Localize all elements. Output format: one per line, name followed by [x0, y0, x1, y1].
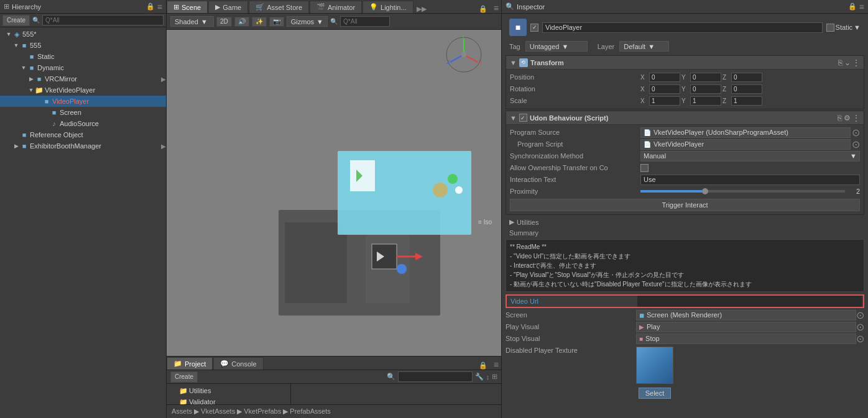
transform-paste-icon[interactable]: ⌄: [844, 58, 851, 67]
project-view-icon[interactable]: ⊞: [492, 373, 497, 381]
hierarchy-item-screen[interactable]: ■ Screen: [0, 107, 166, 118]
effects-button[interactable]: ✨: [252, 17, 267, 27]
gameobject-name-field[interactable]: [542, 22, 823, 33]
disabled-texture-row: Disabled Player Texture Select: [506, 345, 864, 400]
texture-gradient: [637, 347, 673, 383]
program-source-field[interactable]: 📄 VketVideoPlayer (UdonSharpProgramAsset…: [640, 127, 851, 138]
hierarchy-create-button[interactable]: Create: [2, 15, 30, 26]
hierarchy-item-exhibitorboothmanager[interactable]: ▶ ■ ExhibitorBoothManager ▶: [0, 140, 166, 152]
folder-icon: 📁: [179, 386, 188, 395]
project-create-button[interactable]: Create: [170, 371, 198, 383]
stop-visual-field[interactable]: ■ Stop: [636, 334, 856, 344]
transform-more-icon[interactable]: ⋮: [852, 58, 860, 67]
hierarchy-item-videoplayer[interactable]: ■ VideoPlayer: [0, 96, 166, 107]
scene-view[interactable]: Y X Z ≡ Iso: [167, 30, 501, 356]
scale-z-input[interactable]: [731, 96, 762, 106]
bottom-panel-lock[interactable]: 🔒: [475, 361, 491, 370]
camera-button[interactable]: 📷: [269, 17, 284, 27]
gameobject-enabled-checkbox[interactable]: ✓: [530, 24, 538, 32]
disabled-texture-preview[interactable]: [636, 347, 673, 384]
shaded-dropdown[interactable]: Shaded ▼: [170, 16, 214, 27]
bottom-panel-menu[interactable]: ≡: [491, 360, 501, 370]
tabs-more-icon[interactable]: ▶▶: [417, 5, 427, 13]
hierarchy-panel: ⊞ Hierarchy 🔒 ≡ Create 🔍 ▼ ◈: [0, 0, 167, 418]
stop-visual-circle[interactable]: ⊙: [856, 333, 864, 345]
rotation-y-input[interactable]: [690, 84, 721, 94]
hierarchy-search-input[interactable]: [42, 15, 164, 25]
static-checkbox[interactable]: [826, 24, 834, 32]
hierarchy-item-static[interactable]: ■ Static: [0, 51, 166, 62]
udon-enabled-checkbox[interactable]: ✓: [519, 114, 527, 122]
position-y-input[interactable]: [690, 73, 721, 82]
ownership-checkbox[interactable]: [640, 164, 649, 172]
program-script-field[interactable]: 📄 VketVideoPlayer: [640, 139, 851, 150]
scene-search-input[interactable]: [340, 16, 390, 27]
transform-copy-icon[interactable]: ⎘: [838, 58, 843, 67]
project-filter-icon[interactable]: 🔧: [475, 373, 484, 381]
transform-arrow[interactable]: ▼: [510, 59, 517, 66]
hierarchy-item-dynamic[interactable]: ▼ ■ Dynamic: [0, 62, 166, 73]
layer-dropdown[interactable]: Default ▼: [619, 41, 669, 52]
inspector-menu-icon[interactable]: ≡: [859, 2, 864, 12]
texture-select-button[interactable]: Select: [639, 388, 671, 399]
trigger-interact-button[interactable]: Trigger Interact: [510, 199, 860, 211]
tab-scene[interactable]: ⊞ Scene: [167, 1, 208, 13]
udon-settings-icon[interactable]: ⚙: [844, 114, 851, 122]
tag-dropdown[interactable]: Untagged ▼: [525, 41, 588, 52]
scale-y-input[interactable]: [690, 96, 721, 106]
hierarchy-item-audiosource[interactable]: ♪ AudioSource: [0, 118, 166, 129]
tab-project[interactable]: 📁 Project: [167, 357, 213, 370]
hierarchy-item-555star[interactable]: ▼ ◈ 555*: [0, 29, 166, 40]
sync-method-dropdown[interactable]: Manual ▼: [640, 151, 860, 161]
video-url-input[interactable]: [637, 296, 862, 307]
arrow-icon: ▼: [5, 30, 12, 38]
hierarchy-search-icon: 🔍: [32, 17, 40, 24]
tab-lighting[interactable]: 💡 Lightin...: [362, 1, 413, 13]
proximity-label: Proximity: [510, 188, 640, 195]
audio-toggle[interactable]: 🔊: [234, 17, 249, 27]
hierarchy-item-referenceobject[interactable]: ■ Reference Object: [0, 129, 166, 140]
hierarchy-item-vrcmirror[interactable]: ▶ ■ VRCMirror ▶: [0, 73, 166, 84]
program-source-circle[interactable]: ⊙: [852, 127, 860, 139]
hierarchy-lock-icon[interactable]: 🔒: [146, 2, 155, 11]
hierarchy-item-vketvideoplayer[interactable]: ▼ 📁 VketVideoPlayer: [0, 84, 166, 96]
cube-icon: ■: [35, 75, 44, 83]
project-search-input[interactable]: [398, 371, 473, 382]
udon-copy-icon[interactable]: ⎘: [838, 114, 842, 122]
tab-asset-store[interactable]: 🛒 Asset Store: [249, 1, 309, 13]
hierarchy-item-555[interactable]: ▼ ■ 555: [0, 40, 166, 51]
screen-row: Screen ◼ Screen (Mesh Renderer) ⊙: [506, 309, 864, 320]
project-tree-item-utilities[interactable]: 📁 Utilities: [167, 385, 290, 396]
2d-button[interactable]: 2D: [216, 17, 232, 27]
position-x-input[interactable]: [649, 73, 680, 82]
tab-game[interactable]: ▶ Game: [208, 1, 248, 13]
shaded-chevron: ▼: [201, 18, 208, 25]
static-chevron[interactable]: ▼: [854, 24, 861, 31]
scale-x-input[interactable]: [649, 96, 680, 106]
gizmos-dropdown[interactable]: Gizmos ▼: [287, 16, 328, 27]
position-z-input[interactable]: [731, 73, 762, 82]
proximity-value: 2: [847, 188, 860, 195]
project-sort-icon[interactable]: ↕: [486, 373, 490, 381]
udon-more-icon[interactable]: ⋮: [852, 114, 860, 122]
proximity-slider[interactable]: [640, 190, 845, 193]
utilities-header[interactable]: ▶ Utilities: [506, 216, 864, 228]
program-script-circle[interactable]: ⊙: [852, 139, 860, 150]
rotation-z-input[interactable]: [731, 84, 762, 94]
scene-panel-lock[interactable]: 🔒: [475, 5, 491, 13]
play-visual-circle[interactable]: ⊙: [856, 321, 864, 333]
program-script-label: Program Script: [510, 140, 640, 148]
play-visual-field[interactable]: ▶ Play: [636, 322, 856, 332]
project-tree-item-validator[interactable]: 📁 Validator: [167, 396, 290, 404]
scene-toolbar: Shaded ▼ 2D 🔊 ✨ 📷 Gizmos ▼ 🔍: [167, 14, 501, 30]
rotation-x-input[interactable]: [649, 84, 680, 94]
screen-circle[interactable]: ⊙: [856, 309, 864, 321]
screen-field[interactable]: ◼ Screen (Mesh Renderer): [636, 310, 856, 320]
scene-panel-menu[interactable]: ≡: [491, 3, 501, 13]
interaction-text-input[interactable]: [640, 175, 860, 185]
hierarchy-menu-icon[interactable]: ≡: [157, 2, 162, 12]
inspector-lock-icon[interactable]: 🔒: [848, 2, 857, 11]
tab-animator[interactable]: 🎬 Animator: [310, 1, 362, 13]
udon-arrow[interactable]: ▼: [510, 114, 517, 122]
tab-console[interactable]: 💬 Console: [213, 357, 263, 370]
